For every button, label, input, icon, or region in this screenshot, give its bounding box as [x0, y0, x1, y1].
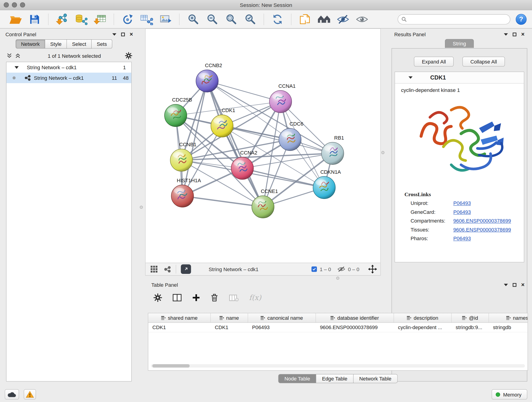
tree-expander-icon[interactable] — [15, 66, 19, 69]
tab-string[interactable]: String — [445, 39, 474, 48]
network-row-selected[interactable]: String Network – cdk1 11 48 — [6, 73, 131, 83]
tab-sets[interactable]: Sets — [92, 39, 112, 49]
network-node-HIST1H1A[interactable]: HIST1H1A — [171, 178, 201, 207]
network-share-icon[interactable] — [164, 266, 171, 273]
network-options-gear-icon[interactable] — [125, 52, 133, 60]
import-network-database-button[interactable] — [74, 12, 88, 26]
network-collection-row[interactable]: String Network – cdk1 1 — [6, 62, 131, 73]
tab-network[interactable]: Network — [16, 39, 45, 49]
splitter-handle[interactable] — [336, 277, 339, 280]
home-button[interactable] — [317, 12, 331, 26]
network-node-CCNA1[interactable]: CCNA1 — [269, 83, 296, 113]
table-cell[interactable]: P06493 — [248, 323, 316, 332]
close-panel-icon[interactable]: × — [521, 32, 525, 37]
table-settings-gear-icon[interactable] — [153, 293, 162, 302]
cloud-status-button[interactable] — [5, 389, 19, 400]
scrollbar-thumb[interactable] — [152, 364, 190, 368]
splitter-handle[interactable] — [381, 151, 385, 154]
close-panel-icon[interactable]: × — [130, 32, 133, 37]
refresh-button[interactable] — [271, 12, 284, 26]
crosslink-value-link[interactable]: 9606.ENSP00000378699 — [453, 218, 511, 224]
birds-eye-grid-icon[interactable] — [150, 265, 158, 273]
column-header-database-identifier[interactable]: database identifier — [316, 313, 394, 322]
add-column-icon[interactable] — [192, 294, 200, 302]
horizontal-scrollbar[interactable] — [151, 364, 525, 368]
crosslink-value-link[interactable]: 9606.ENSP00000378699 — [453, 227, 511, 232]
network-edge[interactable] — [207, 81, 280, 102]
crosslink-value-link[interactable]: P06493 — [453, 209, 471, 215]
search-input[interactable] — [398, 14, 510, 24]
zoom-selected-button[interactable] — [243, 12, 257, 26]
window-close-button[interactable] — [4, 2, 9, 7]
maximize-panel-icon[interactable] — [513, 283, 516, 287]
column-header-namespace[interactable]: namespace — [489, 313, 528, 322]
network-edge[interactable] — [182, 196, 263, 207]
open-in-new-window-button[interactable] — [181, 264, 191, 274]
show-button[interactable] — [355, 12, 369, 26]
expand-all-icon[interactable] — [15, 53, 20, 58]
crosslink-value-link[interactable]: P06493 — [453, 236, 471, 241]
column-header-name[interactable]: name — [211, 313, 248, 322]
save-session-button[interactable] — [28, 12, 41, 26]
maximize-panel-icon[interactable] — [513, 32, 516, 36]
table-cell[interactable]: 9606.ENSP00000378699 — [316, 323, 394, 332]
import-table-button[interactable] — [93, 12, 107, 26]
clone-network-button[interactable] — [298, 12, 312, 26]
hide-unhide-button[interactable] — [336, 12, 350, 26]
float-panel-icon[interactable] — [112, 33, 116, 35]
table-cell[interactable]: CDK1 — [148, 323, 210, 332]
import-network-file-button[interactable] — [55, 12, 69, 26]
warnings-button[interactable] — [24, 389, 36, 400]
collapse-all-button[interactable]: Collapse All — [462, 57, 505, 66]
table-cell[interactable]: stringdb — [489, 323, 528, 332]
float-panel-icon[interactable] — [504, 33, 508, 35]
collapse-section-icon[interactable] — [409, 76, 413, 79]
window-zoom-button[interactable] — [20, 2, 25, 7]
tab-node-table[interactable]: Node Table — [278, 374, 316, 383]
network-edge[interactable] — [207, 81, 263, 207]
zoom-out-button[interactable] — [205, 12, 219, 26]
tab-edge-table[interactable]: Edge Table — [316, 374, 354, 383]
column-header-shared-name[interactable]: shared name — [148, 313, 210, 322]
zoom-in-button[interactable] — [186, 12, 200, 26]
table-cell[interactable]: stringdb:9... — [452, 323, 489, 332]
window-minimize-button[interactable] — [12, 2, 17, 7]
node-label: CDKN1A — [320, 169, 341, 175]
network-node-RB1[interactable]: RB1 — [322, 135, 344, 165]
tab-network-table[interactable]: Network Table — [354, 374, 398, 383]
hidden-eye-slash-icon[interactable] — [337, 266, 345, 272]
crosslink-value-link[interactable]: P06493 — [453, 200, 471, 206]
export-image-button[interactable] — [159, 12, 172, 26]
network-canvas[interactable]: CCNB2CCNA1CDC25BCDK1CDC6RB1CCNB1CCNA2CDK… — [146, 29, 380, 263]
delete-column-trash-icon[interactable] — [210, 293, 219, 302]
collapse-all-icon[interactable] — [7, 53, 12, 58]
tab-select[interactable]: Select — [67, 39, 92, 49]
column-header--id[interactable]: @id — [452, 313, 489, 322]
fit-content-crosshair-icon[interactable] — [368, 265, 377, 274]
table-row[interactable]: CDK1CDK1P064939606.ENSP00000378699cyclin… — [148, 323, 528, 332]
splitter-handle[interactable] — [140, 206, 143, 209]
float-panel-icon[interactable] — [504, 283, 508, 286]
new-network-button[interactable] — [121, 12, 134, 26]
table-cell[interactable]: CDK1 — [211, 323, 248, 332]
close-panel-icon[interactable]: × — [521, 282, 525, 288]
network-node-CDK1[interactable]: CDK1 — [211, 108, 235, 137]
selected-nodes-checkbox-icon[interactable] — [312, 267, 317, 272]
table-cell[interactable]: cyclin-dependent ... — [394, 323, 452, 332]
network-edge[interactable] — [242, 168, 324, 187]
column-header-description[interactable]: description — [394, 313, 452, 322]
open-session-button[interactable] — [9, 12, 22, 26]
gene-card-header[interactable]: CDK1 — [395, 72, 524, 83]
maximize-panel-icon[interactable] — [121, 32, 125, 36]
network-from-table-button[interactable] — [140, 12, 153, 26]
column-header-canonical-name[interactable]: canonical name — [248, 313, 316, 322]
network-node-CDC6[interactable]: CDC6 — [279, 121, 303, 151]
show-columns-icon[interactable] — [172, 293, 182, 302]
network-node-CDC25B[interactable]: CDC25B — [165, 97, 192, 127]
help-button[interactable]: ? — [516, 14, 526, 25]
network-graph[interactable]: CCNB2CCNA1CDC25BCDK1CDC6RB1CCNB1CCNA2CDK… — [146, 29, 380, 263]
zoom-fit-button[interactable] — [224, 12, 238, 26]
memory-button[interactable]: Memory — [492, 389, 527, 400]
tab-style[interactable]: Style — [45, 39, 67, 49]
expand-all-button[interactable]: Expand All — [414, 57, 454, 66]
